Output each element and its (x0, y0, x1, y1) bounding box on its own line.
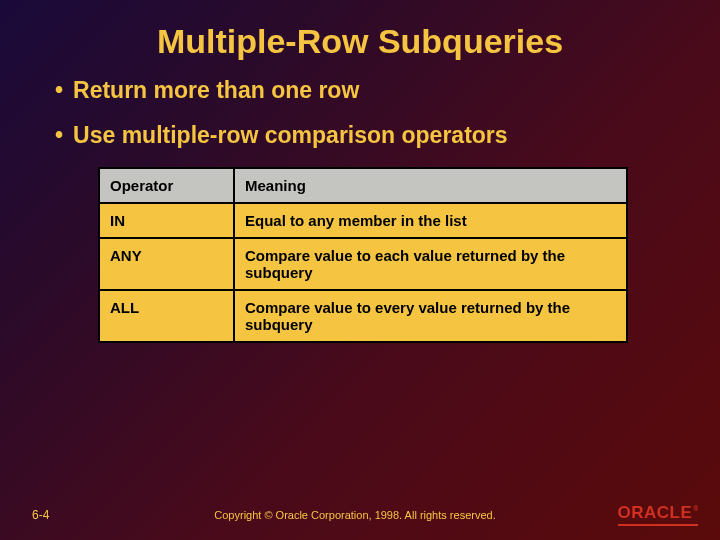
oracle-logo: ORACLE® (618, 503, 698, 526)
oracle-logo-underline (618, 524, 698, 526)
table-row: IN Equal to any member in the list (99, 203, 627, 238)
bullet-item: • Return more than one row (55, 77, 665, 104)
table-row: ALL Compare value to every value returne… (99, 290, 627, 342)
cell-meaning: Equal to any member in the list (234, 203, 627, 238)
header-meaning: Meaning (234, 168, 627, 203)
bullet-text: Use multiple-row comparison operators (73, 122, 508, 149)
cell-operator: IN (99, 203, 234, 238)
bullet-list: • Return more than one row • Use multipl… (0, 77, 720, 149)
bullet-dot-icon: • (55, 122, 63, 149)
cell-operator: ANY (99, 238, 234, 290)
oracle-logo-wrap: ORACLE® (588, 503, 698, 526)
slide-title: Multiple-Row Subqueries (0, 0, 720, 77)
operators-table: Operator Meaning IN Equal to any member … (98, 167, 628, 343)
registered-mark-icon: ® (693, 505, 699, 512)
bullet-dot-icon: • (55, 77, 63, 104)
slide-footer: 6-4 Copyright © Oracle Corporation, 1998… (0, 503, 720, 530)
table-row: ANY Compare value to each value returned… (99, 238, 627, 290)
table-header-row: Operator Meaning (99, 168, 627, 203)
oracle-logo-text: ORACLE (618, 503, 693, 522)
slide-number: 6-4 (32, 508, 122, 522)
copyright-text: Copyright © Oracle Corporation, 1998. Al… (122, 509, 588, 521)
header-operator: Operator (99, 168, 234, 203)
cell-operator: ALL (99, 290, 234, 342)
bullet-text: Return more than one row (73, 77, 359, 104)
bullet-item: • Use multiple-row comparison operators (55, 122, 665, 149)
cell-meaning: Compare value to each value returned by … (234, 238, 627, 290)
cell-meaning: Compare value to every value returned by… (234, 290, 627, 342)
